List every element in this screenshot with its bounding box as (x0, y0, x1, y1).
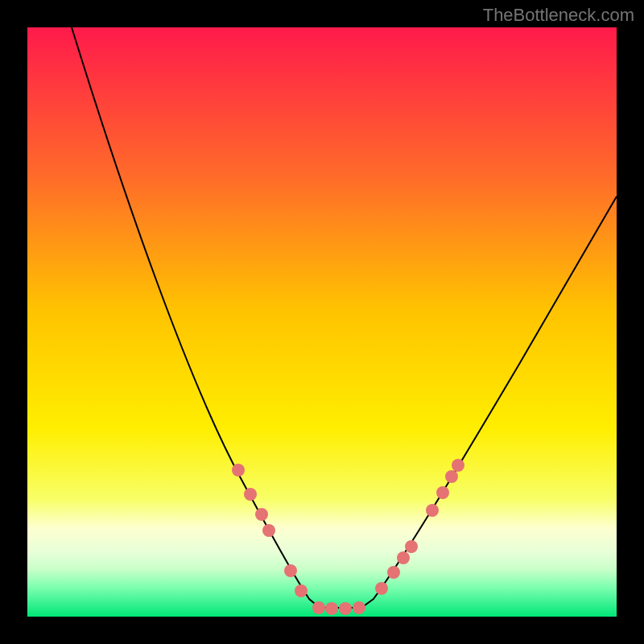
data-marker (295, 584, 308, 597)
watermark-text: TheBottleneck.com (483, 5, 634, 26)
data-marker (284, 564, 297, 577)
data-marker (244, 488, 257, 501)
data-marker (232, 464, 245, 477)
data-marker (353, 601, 365, 614)
data-marker (325, 602, 338, 615)
data-marker (375, 582, 388, 595)
curve-right (361, 196, 617, 608)
curve-left (72, 27, 320, 608)
data-marker (405, 540, 418, 553)
data-marker (426, 504, 439, 517)
data-marker (339, 602, 352, 615)
data-marker (397, 551, 410, 564)
data-marker (387, 566, 400, 579)
data-marker (452, 459, 464, 472)
data-marker (445, 470, 458, 483)
data-marker (436, 486, 449, 499)
chart-container: TheBottleneck.com (0, 0, 644, 644)
data-marker (262, 524, 275, 537)
bottleneck-curve (27, 27, 617, 617)
data-markers (232, 459, 464, 615)
plot-area (27, 27, 617, 617)
data-marker (312, 601, 325, 614)
data-marker (255, 508, 268, 521)
